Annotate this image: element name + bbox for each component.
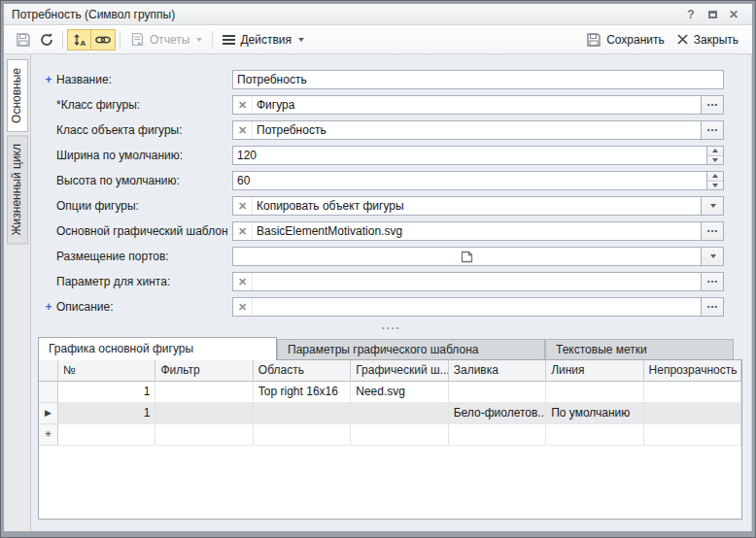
expand-plus-icon[interactable]: +: [41, 300, 56, 314]
expand-plus-icon[interactable]: +: [41, 73, 56, 86]
page-preview: [233, 248, 701, 265]
save-button[interactable]: Сохранить: [580, 29, 670, 50]
splitter-handle[interactable]: ····: [31, 319, 751, 337]
tab-template-parameters[interactable]: Параметры графического шаблона: [277, 339, 545, 360]
window-close-icon[interactable]: ✕: [723, 8, 744, 21]
cell-number[interactable]: [58, 424, 155, 446]
spin-down-icon[interactable]: [707, 181, 723, 190]
table-new-row[interactable]: ✳: [39, 424, 741, 446]
reports-button[interactable]: Отчеты: [124, 29, 208, 50]
cell-area[interactable]: [254, 403, 351, 424]
column-header-number[interactable]: №: [58, 360, 155, 382]
tab-text-labels[interactable]: Текстовые метки: [545, 339, 734, 360]
tab-main-figure-graphics[interactable]: Графика основной фигуры: [38, 337, 277, 360]
clear-icon[interactable]: ✕: [233, 121, 253, 139]
field-label: Описание:: [56, 300, 232, 314]
figure-options-input[interactable]: [253, 197, 701, 215]
cell-area[interactable]: [254, 424, 351, 446]
figure-class-input[interactable]: [253, 96, 701, 114]
name-input[interactable]: [233, 71, 723, 88]
cell-opacity[interactable]: [644, 382, 741, 403]
side-tab-main[interactable]: Основные: [7, 59, 28, 132]
toolbar: A Отчеты Действия Сохранить: [4, 25, 752, 54]
dialog-window: Потребность (Символ группы) ? ✕ A: [0, 0, 756, 538]
save-icon-button[interactable]: [12, 29, 35, 50]
port-placement-field[interactable]: [232, 247, 724, 266]
cell-fill[interactable]: Бело-фиолетов...: [449, 403, 546, 424]
form-row-default-height: Высота по умолчанию:: [41, 168, 724, 193]
browse-button[interactable]: …: [701, 96, 723, 114]
default-width-input[interactable]: [233, 147, 706, 164]
cell-line[interactable]: [546, 382, 643, 403]
clear-icon[interactable]: ✕: [233, 96, 253, 114]
cell-line[interactable]: По умолчанию: [546, 403, 643, 424]
help-icon[interactable]: ?: [680, 8, 702, 21]
cell-fill[interactable]: [449, 382, 546, 403]
table-row[interactable]: 1 Top right 16x16 Need.svg: [39, 382, 741, 403]
object-class-input[interactable]: [253, 121, 701, 139]
refresh-icon: [39, 32, 54, 48]
browse-button[interactable]: …: [701, 273, 723, 290]
content-panel: + Название: *Класс фигуры: ✕ …: [30, 54, 752, 531]
field-label: Высота по умолчанию:: [56, 174, 232, 187]
column-header-filter[interactable]: Фильтр: [155, 360, 253, 382]
cell-filter[interactable]: [155, 403, 253, 424]
cell-template[interactable]: Need.svg: [351, 382, 448, 403]
column-header-opacity[interactable]: Непрозрачность: [644, 360, 741, 382]
cell-filter[interactable]: [155, 424, 253, 446]
field-label: *Класс фигуры:: [56, 98, 232, 112]
dropdown-button[interactable]: [701, 197, 723, 215]
blank-page-icon: [460, 250, 474, 264]
field-label: Основной графический шаблон :: [56, 224, 232, 238]
height-spinner: [706, 172, 723, 189]
browse-button[interactable]: …: [701, 121, 723, 139]
cell-number[interactable]: 1: [58, 382, 155, 403]
bottom-section: Графика основной фигуры Параметры графич…: [38, 337, 742, 520]
column-header-template[interactable]: Графический ш...: [351, 360, 448, 382]
clear-icon[interactable]: ✕: [233, 298, 253, 316]
column-header-line[interactable]: Линия: [546, 360, 643, 382]
link-toggle-button[interactable]: [91, 29, 116, 50]
cell-template[interactable]: [351, 403, 448, 424]
browse-button[interactable]: …: [701, 298, 723, 316]
clear-icon[interactable]: ✕: [233, 222, 253, 240]
table-row-selected[interactable]: ▶ 1 Бело-фиолетов... По умолчанию: [39, 403, 741, 424]
description-input[interactable]: [253, 298, 701, 316]
spin-down-icon[interactable]: [707, 155, 723, 165]
spin-up-icon[interactable]: [707, 172, 723, 181]
close-button[interactable]: Закрыть: [670, 29, 744, 50]
auto-height-toggle-button[interactable]: A: [67, 29, 91, 50]
cell-area[interactable]: Top right 16x16: [254, 382, 351, 403]
spin-up-icon[interactable]: [707, 147, 723, 155]
browse-button[interactable]: …: [701, 222, 723, 240]
column-header-fill[interactable]: Заливка: [449, 360, 546, 382]
close-label: Закрыть: [694, 33, 739, 47]
cell-template[interactable]: [351, 424, 448, 446]
cell-opacity[interactable]: [644, 424, 741, 446]
side-tab-lifecycle[interactable]: Жизненный цикл: [7, 135, 28, 244]
form-row-name: + Название:: [41, 67, 724, 92]
property-form: + Название: *Класс фигуры: ✕ …: [31, 54, 751, 319]
row-indicator: [39, 382, 58, 403]
dropdown-button[interactable]: [701, 248, 723, 265]
maximize-icon[interactable]: [702, 8, 723, 21]
cell-opacity[interactable]: [644, 403, 741, 424]
clear-icon[interactable]: ✕: [233, 273, 253, 290]
description-field: ✕ …: [232, 297, 724, 317]
cell-line[interactable]: [546, 424, 643, 446]
cell-fill[interactable]: [449, 424, 546, 446]
object-class-field: ✕ …: [232, 120, 724, 140]
menu-icon: [223, 33, 235, 47]
cell-number[interactable]: 1: [58, 403, 155, 424]
toolbar-separator: [120, 31, 120, 49]
hint-parameter-input[interactable]: [253, 273, 701, 290]
refresh-button[interactable]: [35, 29, 58, 50]
form-row-object-class: Класс объекта фигуры: ✕ …: [41, 118, 724, 143]
toolbar-separator: [62, 31, 63, 49]
graphic-template-input[interactable]: [253, 222, 701, 240]
default-height-input[interactable]: [233, 172, 706, 189]
cell-filter[interactable]: [155, 382, 253, 403]
column-header-area[interactable]: Область: [254, 360, 351, 382]
clear-icon[interactable]: ✕: [233, 197, 253, 215]
actions-button[interactable]: Действия: [217, 29, 310, 50]
